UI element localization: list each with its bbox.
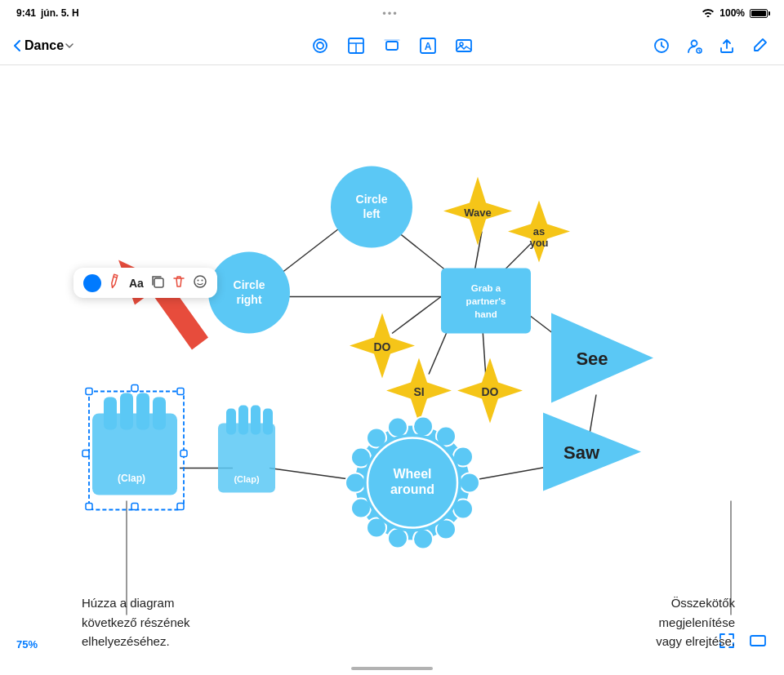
svg-rect-85 [180, 451, 187, 457]
node-do1[interactable]: DO [350, 313, 415, 379]
svg-point-98 [201, 279, 203, 281]
color-picker-circle[interactable] [83, 274, 101, 292]
svg-rect-80 [86, 504, 92, 510]
node-clap2[interactable]: (Clap) [218, 406, 275, 493]
date: jún. 5. H [41, 7, 79, 19]
svg-text:(Clap): (Clap) [234, 474, 260, 484]
node-see[interactable]: See [551, 313, 653, 403]
toolbar-right [581, 34, 771, 57]
delete-button[interactable] [172, 274, 186, 292]
svg-text:SI: SI [413, 385, 424, 398]
svg-point-57 [413, 530, 433, 549]
ipad-frame: 9:41 jún. 5. H ••• 100% Dance [0, 0, 784, 675]
svg-rect-95 [154, 278, 163, 287]
svg-rect-83 [131, 504, 138, 510]
battery-label: 100% [719, 7, 745, 19]
node-circle-right[interactable]: Circle right [208, 252, 290, 334]
svg-point-96 [194, 276, 206, 287]
svg-text:A: A [425, 41, 432, 52]
share-icon[interactable] [715, 34, 738, 57]
node-saw[interactable]: Saw [543, 413, 641, 491]
svg-point-1 [317, 42, 323, 49]
status-bar: 9:41 jún. 5. H ••• 100% [0, 0, 784, 26]
svg-text:right: right [236, 293, 261, 306]
pen-tool-icon[interactable] [104, 271, 126, 295]
node-si[interactable]: SI [386, 358, 452, 424]
svg-rect-82 [131, 385, 138, 392]
node-wave[interactable]: Wave [443, 177, 512, 246]
svg-rect-79 [177, 389, 184, 395]
table-icon[interactable] [345, 34, 368, 57]
node-do2[interactable]: DO [457, 358, 523, 424]
svg-point-58 [388, 529, 408, 548]
svg-rect-76 [153, 397, 166, 430]
svg-text:See: See [576, 349, 608, 369]
svg-point-64 [388, 418, 408, 437]
svg-rect-89 [238, 406, 248, 435]
back-button[interactable] [13, 39, 21, 52]
node-wheel-around[interactable]: Wheel around [345, 417, 479, 549]
svg-text:Wave: Wave [464, 206, 491, 219]
shape-icon[interactable] [309, 34, 332, 57]
wifi-icon [702, 7, 715, 20]
svg-point-61 [345, 473, 365, 493]
svg-text:around: around [390, 482, 434, 496]
svg-rect-5 [386, 42, 398, 50]
title-chevron-icon [65, 41, 74, 51]
svg-rect-75 [136, 393, 149, 430]
svg-rect-8 [457, 40, 471, 51]
svg-rect-81 [177, 504, 184, 510]
expand-icon[interactable] [715, 629, 738, 652]
node-as-you[interactable]: as you [508, 201, 570, 263]
share-person-icon[interactable] [683, 34, 706, 57]
status-bar-left: 9:41 jún. 5. H [16, 7, 79, 19]
svg-text:hand: hand [474, 309, 497, 319]
emoji-button[interactable] [193, 274, 207, 292]
rectangle-icon[interactable] [746, 629, 769, 652]
float-toolbar: Aa [74, 268, 217, 298]
svg-line-18 [392, 297, 441, 334]
diagram-svg: Circle left Circle right Wave as you [0, 65, 784, 675]
svg-point-11 [692, 40, 697, 46]
zoom-badge[interactable]: 75% [16, 638, 38, 651]
home-indicator [351, 667, 433, 670]
status-bar-right: 100% [702, 7, 768, 20]
svg-text:partner's: partner's [466, 296, 506, 306]
svg-text:Saw: Saw [564, 442, 600, 463]
battery-icon [750, 9, 768, 18]
node-circle-left[interactable]: Circle left [331, 167, 412, 248]
text-icon[interactable]: A [416, 34, 439, 57]
layers-icon[interactable] [381, 34, 403, 57]
copy-button[interactable] [150, 274, 165, 292]
toolbar: Dance A [0, 26, 784, 65]
edit-icon[interactable] [748, 34, 771, 57]
svg-text:Wheel: Wheel [393, 467, 431, 481]
svg-point-97 [197, 279, 198, 281]
svg-rect-88 [226, 409, 236, 435]
svg-text:Grab a: Grab a [471, 283, 501, 293]
dots: ••• [382, 7, 399, 20]
svg-text:DO: DO [374, 340, 391, 353]
svg-rect-90 [251, 406, 261, 435]
text-style-button[interactable]: Aa [129, 277, 144, 290]
svg-rect-78 [86, 389, 92, 395]
document-title[interactable]: Dance [24, 38, 74, 53]
svg-rect-99 [751, 636, 765, 646]
svg-rect-84 [82, 451, 89, 457]
node-grab[interactable]: Grab a partner's hand [441, 269, 531, 334]
node-clap-selected[interactable]: (Clap) [82, 385, 187, 510]
history-icon[interactable] [650, 34, 673, 57]
svg-point-54 [460, 473, 479, 493]
media-icon[interactable] [452, 34, 475, 57]
svg-point-0 [314, 39, 327, 52]
svg-rect-91 [263, 409, 273, 435]
toolbar-center: A [203, 34, 581, 57]
svg-text:(Clap): (Clap) [118, 473, 145, 484]
canvas-area: Circle left Circle right Wave as you [0, 65, 784, 675]
status-bar-center: ••• [382, 7, 399, 20]
svg-rect-74 [120, 393, 133, 430]
svg-text:as: as [533, 225, 545, 238]
bottom-right-icons [715, 629, 769, 652]
svg-text:DO: DO [482, 385, 499, 398]
time: 9:41 [16, 7, 36, 19]
